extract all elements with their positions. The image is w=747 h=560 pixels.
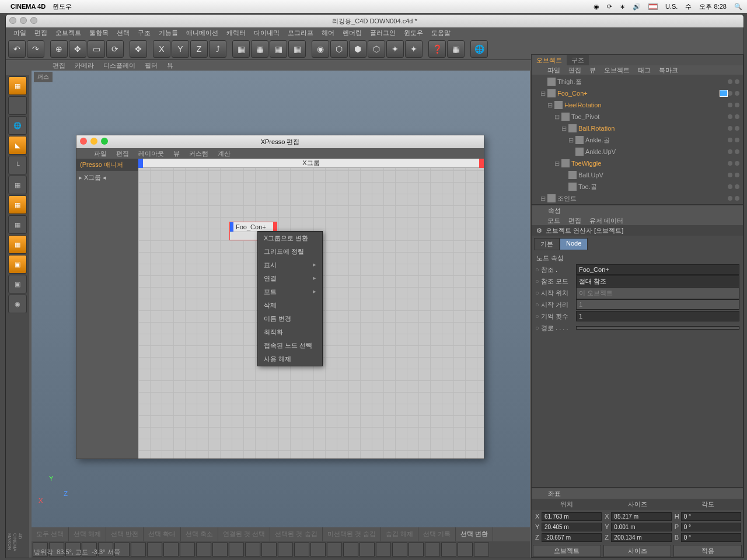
context-menu-item[interactable]: 그리드에 정렬 xyxy=(258,245,322,258)
bottom-tool-button[interactable] xyxy=(278,542,293,556)
context-menu-item[interactable]: 이름 변경 xyxy=(258,312,322,326)
tree-row[interactable]: Thigh.폴 xyxy=(533,76,742,88)
toolbar-button[interactable]: 🌐 xyxy=(470,40,488,58)
viewport-menu-item[interactable]: 필터 xyxy=(140,60,162,71)
app-name[interactable]: CINEMA 4D xyxy=(11,3,46,10)
toolbar-button[interactable]: ▦ xyxy=(232,40,250,58)
xpresso-titlebar[interactable]: XPresso 편집 xyxy=(76,135,484,148)
menu-item[interactable]: 기능들 xyxy=(155,27,182,38)
xpresso-window[interactable]: XPresso 편집 파일편집레이아웃뷰커스텀계산 (Presso 매니저 ▸ … xyxy=(76,135,484,459)
spotlight-icon[interactable]: 🔍 xyxy=(734,3,742,10)
mode-button[interactable]: ▦ xyxy=(8,195,27,214)
bottom-tool-button[interactable] xyxy=(409,542,424,556)
mode-button[interactable]: ▦ xyxy=(8,235,27,254)
tree-row[interactable]: ⊟ToeWiggle xyxy=(533,158,742,169)
tree-row[interactable]: ⊟Toe_Pivot xyxy=(533,111,742,123)
input-flag-icon[interactable] xyxy=(648,4,658,10)
selection-filter[interactable]: 숨김 해제 xyxy=(381,527,418,541)
obj-menu-item[interactable]: 오브젝트 xyxy=(600,65,634,75)
bottom-tool-button[interactable] xyxy=(310,542,326,556)
mode-button[interactable]: ▣ xyxy=(8,255,27,274)
bottom-tool-button[interactable] xyxy=(327,542,342,556)
toolbar-button[interactable]: X xyxy=(153,40,170,58)
selection-filter[interactable]: 선택된 것 숨김 xyxy=(270,527,322,541)
bottom-tool-button[interactable] xyxy=(261,542,277,556)
mode-button[interactable]: ▦ xyxy=(8,76,27,95)
bottom-tool-button[interactable] xyxy=(392,542,407,556)
coord-input[interactable]: 0 ° xyxy=(681,512,741,521)
obj-menu-item[interactable]: 뷰 xyxy=(585,65,600,75)
tree-row[interactable]: Ankle.UpV xyxy=(533,146,742,158)
toolbar-button[interactable]: ↷ xyxy=(27,40,44,58)
viewport-menu-item[interactable]: 뷰 xyxy=(162,60,178,71)
tree-row[interactable]: ⊟Ankle.골 xyxy=(533,134,742,146)
mode-button[interactable]: ◉ xyxy=(8,295,27,313)
coord-mode-object[interactable]: 오브젝트 xyxy=(533,545,601,557)
attr-tab-node[interactable]: Node xyxy=(560,238,588,250)
coord-input[interactable]: -20.657 m xyxy=(542,533,602,542)
coord-input[interactable]: 0.001 m xyxy=(611,523,671,531)
menu-item[interactable]: 파일 xyxy=(9,27,30,38)
bottom-tool-button[interactable] xyxy=(458,542,473,556)
tree-row[interactable]: Ball.UpV xyxy=(533,169,742,181)
selection-filter[interactable]: 미선택된 것 숨김 xyxy=(323,527,381,541)
toolbar-button[interactable]: ▦ xyxy=(270,40,287,58)
xpresso-menu-item[interactable]: 편집 xyxy=(111,148,134,159)
toolbar-button[interactable]: ⤴ xyxy=(209,40,226,58)
context-menu-item[interactable]: 연결 xyxy=(258,272,322,285)
viewport-menu-item[interactable]: 디스플레이 xyxy=(99,60,140,71)
tab-objects[interactable]: 오브젝트 xyxy=(532,55,567,65)
toolbar-button[interactable]: ▦ xyxy=(251,40,268,58)
obj-menu-item[interactable]: 태그 xyxy=(634,65,655,75)
bottom-tool-button[interactable] xyxy=(425,542,440,556)
attr-menu-item[interactable]: 유저 데이터 xyxy=(585,216,627,225)
viewport-menu-item[interactable]: 편집 xyxy=(48,60,70,71)
bottom-tool-button[interactable] xyxy=(163,542,179,556)
context-menu-item[interactable]: 삭제 xyxy=(258,299,322,312)
viewport[interactable]: 편집카메라디스플레이필터뷰 퍼스 YXZ XPresso 편집 파일편집레이아웃… xyxy=(32,60,530,527)
selection-filter[interactable]: 연결된 것 선택 xyxy=(218,527,270,541)
obj-menu-item[interactable]: 편집 xyxy=(564,65,585,75)
selection-filter[interactable]: 선택 기록 xyxy=(418,527,456,541)
xpresso-menu-item[interactable]: 파일 xyxy=(89,148,111,159)
bottom-tool-button[interactable] xyxy=(294,542,309,556)
eye-icon[interactable]: ◉ xyxy=(594,3,599,10)
toolbar-button[interactable]: ⬢ xyxy=(349,40,366,58)
window-titlebar[interactable]: 리깅용_C4D DOWN004.c4d * xyxy=(6,15,743,27)
bluetooth-icon[interactable]: ∗ xyxy=(620,3,625,10)
obj-menu-item[interactable]: 북마크 xyxy=(655,65,682,75)
context-menu-item[interactable]: 포트 xyxy=(258,285,322,299)
xpresso-menu-item[interactable]: 레이아웃 xyxy=(134,148,169,159)
menu-item[interactable]: 도움말 xyxy=(427,27,455,38)
bottom-tool-button[interactable] xyxy=(359,542,375,556)
menu-item[interactable]: 구조 xyxy=(134,27,155,38)
coord-input[interactable]: 61.763 m xyxy=(542,512,602,521)
viewport-menu-item[interactable]: 카메라 xyxy=(70,60,99,71)
xpresso-canvas[interactable]: X그룹 Foo_Con+ X그룹으로 변환그리드에 정렬표시연결포트삭제이름 변… xyxy=(138,159,484,459)
toolbar-button[interactable]: Z xyxy=(190,40,208,58)
tab-structure[interactable]: 구조 xyxy=(567,55,589,65)
menu-window[interactable]: 윈도우 xyxy=(53,2,72,11)
object-tree[interactable]: Thigh.폴⊟Foo_Con+⊟HeelRotation⊟Toe_Pivot⊟… xyxy=(532,75,743,205)
tree-row[interactable]: ⊟조인트 xyxy=(533,192,742,204)
attr-value[interactable]: 1 xyxy=(576,311,739,321)
xpresso-menu-item[interactable]: 뷰 xyxy=(169,148,184,159)
toolbar-button[interactable]: ⊕ xyxy=(50,40,68,58)
obj-menu-item[interactable]: 파일 xyxy=(543,65,564,75)
toolbar-button[interactable]: ▦ xyxy=(447,40,465,58)
coord-input[interactable]: 20.405 m xyxy=(542,523,602,531)
attr-menu-item[interactable]: 모드 xyxy=(543,216,564,225)
sync-icon[interactable]: ⟳ xyxy=(607,3,612,10)
toolbar-button[interactable]: ✥ xyxy=(130,40,147,58)
mode-button[interactable]: 🌐 xyxy=(8,116,27,135)
selection-filter[interactable]: 선택 축소 xyxy=(181,527,218,541)
menu-item[interactable]: 편집 xyxy=(30,27,51,38)
tree-row[interactable]: ⊟Ball.Rotation xyxy=(533,123,742,134)
tree-row[interactable]: ⊟Foo_Con+ xyxy=(533,88,742,99)
selection-filter[interactable]: 선택 확대 xyxy=(144,527,181,541)
selection-filter[interactable]: 모두 선택 xyxy=(32,527,69,541)
menu-item[interactable]: 렌더링 xyxy=(338,27,366,38)
tree-row[interactable]: ⊟HeelRotation xyxy=(533,99,742,111)
selection-filter[interactable]: 선택 해제 xyxy=(69,527,106,541)
mode-button[interactable]: ◣ xyxy=(8,136,27,155)
